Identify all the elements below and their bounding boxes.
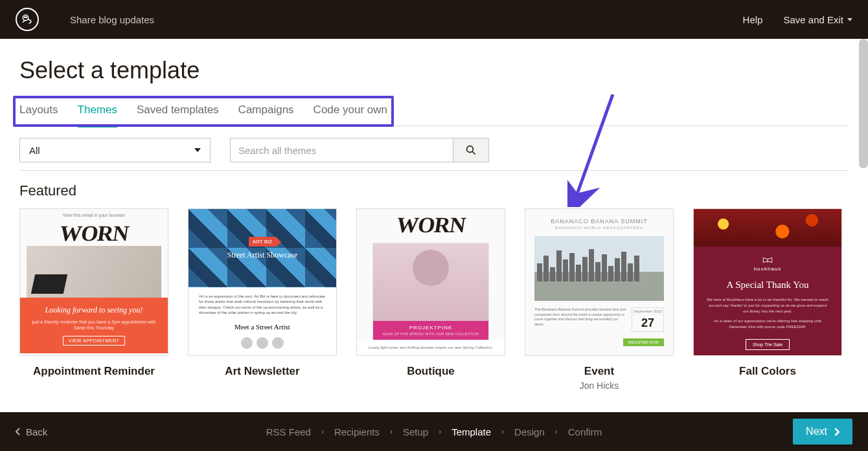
chevron-right-icon: › <box>555 427 558 436</box>
template-card: WORN PROJEKTPINK GEAR UP FOR SPRING WITH… <box>356 208 505 391</box>
preview-button: Shop The Sale <box>746 339 790 350</box>
preview-subhead: Meet a Street Artist <box>199 322 326 332</box>
help-link[interactable]: Help <box>743 14 763 25</box>
tab-campaigns[interactable]: Campaigns <box>238 104 294 119</box>
search-input[interactable] <box>230 138 453 162</box>
main-content: Select a template Layouts Themes Saved t… <box>0 39 868 391</box>
top-bar: Share blog updates Help Save and Exit <box>0 0 868 39</box>
next-button[interactable]: Next <box>793 419 852 445</box>
search-icon <box>465 144 477 156</box>
search-button[interactable] <box>453 138 489 162</box>
template-title: Boutique <box>356 365 505 378</box>
preview-badge: ART BIZ <box>249 237 276 247</box>
preview-image <box>534 236 664 301</box>
template-thumbnail-event[interactable]: BANANACO BANANA SUMMIT BANANACO WORLD HE… <box>525 208 674 356</box>
bottom-bar: Back RSS Feed› Recipients› Setup› Templa… <box>0 412 868 451</box>
logo-icon[interactable] <box>16 8 39 31</box>
section-title-featured: Featured <box>19 182 849 199</box>
tab-code-your-own[interactable]: Code your own <box>314 104 387 119</box>
template-author: Jon Hicks <box>525 380 674 391</box>
svg-point-0 <box>23 15 28 20</box>
preview-brand: PROJEKTPINK <box>409 325 453 331</box>
chevron-right-icon <box>834 428 839 436</box>
chevron-right-icon: › <box>501 427 504 436</box>
back-button[interactable]: Back <box>16 426 47 437</box>
preview-brand: bookhaus <box>705 256 830 272</box>
category-dropdown[interactable]: All <box>19 138 211 162</box>
preview-image <box>694 209 841 247</box>
step-template[interactable]: Template <box>451 426 491 437</box>
wizard-steps: RSS Feed› Recipients› Setup› Template› D… <box>266 426 602 437</box>
preview-body: just a friendly reminder that you have a… <box>27 319 161 331</box>
preview-date: September 2012 27 <box>632 307 664 332</box>
template-card: View this email in your browser WORN Loo… <box>19 208 168 391</box>
save-and-exit-menu[interactable]: Save and Exit <box>783 14 852 25</box>
chevron-right-icon: › <box>321 427 324 436</box>
template-card: BANANACO BANANA SUMMIT BANANACO WORLD HE… <box>525 208 674 391</box>
preview-hero-text: Street Artist Showcase <box>227 250 298 260</box>
template-source-tabs: Layouts Themes Saved templates Campaigns… <box>19 104 849 126</box>
preview-body: The Bananaco Banana Summit provides bana… <box>534 307 626 332</box>
tab-saved-templates[interactable]: Saved templates <box>137 104 219 119</box>
preview-heading: BANANACO BANANA SUMMIT <box>534 218 664 225</box>
step-rss-feed[interactable]: RSS Feed <box>266 426 311 437</box>
preview-caption: Lovely light tones and thrilling texture… <box>357 340 505 355</box>
preview-subheading: BANANACO WORLD HEADQUARTERS <box>534 226 664 230</box>
preview-logo: WORN <box>356 213 505 237</box>
page-title: Select a template <box>19 57 849 84</box>
svg-point-2 <box>26 17 27 17</box>
svg-point-1 <box>25 17 25 17</box>
scrollbar[interactable] <box>859 39 868 168</box>
save-exit-label: Save and Exit <box>783 14 843 25</box>
chevron-right-icon: › <box>439 427 441 436</box>
template-title: Appointment Reminder <box>19 365 168 378</box>
preview-headline: A Special Thank You <box>705 280 830 291</box>
template-card: bookhaus A Special Thank You We here at … <box>693 208 842 391</box>
step-setup[interactable]: Setup <box>403 426 428 437</box>
step-recipients[interactable]: Recipients <box>334 426 380 437</box>
tab-layouts[interactable]: Layouts <box>19 104 58 119</box>
dropdown-value: All <box>29 145 40 156</box>
preview-button: REGISTER NOW <box>623 338 664 346</box>
preview-image <box>373 243 488 321</box>
template-grid: View this email in your browser WORN Loo… <box>19 208 849 391</box>
chevron-left-icon <box>16 428 21 435</box>
step-confirm[interactable]: Confirm <box>568 426 602 437</box>
preview-meta: View this email in your browser <box>20 209 168 221</box>
template-title: Art Newsletter <box>188 365 337 378</box>
step-design[interactable]: Design <box>514 426 545 437</box>
svg-point-3 <box>467 146 474 153</box>
template-thumbnail-art-newsletter[interactable]: ART BIZ Street Artist Showcase Art is an… <box>188 208 337 356</box>
template-card: ART BIZ Street Artist Showcase Art is an… <box>188 208 337 391</box>
preview-body: Art is an expression of the soul. Art Bi… <box>199 294 326 316</box>
preview-tagline: GEAR UP FOR SPRING WITH OUR NEW COLLECTI… <box>373 332 488 336</box>
preview-image <box>27 246 161 298</box>
chevron-right-icon: › <box>390 427 393 436</box>
template-title: Fall Colors <box>693 365 842 378</box>
chevron-down-icon <box>194 148 201 152</box>
divider <box>19 170 849 171</box>
preview-logo: WORN <box>19 221 168 246</box>
template-title: Event <box>525 365 674 378</box>
campaign-name[interactable]: Share blog updates <box>70 14 154 25</box>
preview-body: We here at Bookhaus have a lot to be tha… <box>705 297 830 314</box>
chevron-down-icon <box>847 18 852 21</box>
svg-line-4 <box>472 151 475 155</box>
preview-body: As a token of our appreciation we're off… <box>705 318 830 330</box>
preview-headline: Looking forward to seeing you! <box>27 305 161 315</box>
template-thumbnail-boutique[interactable]: WORN PROJEKTPINK GEAR UP FOR SPRING WITH… <box>356 208 505 356</box>
tab-themes[interactable]: Themes <box>78 104 117 127</box>
preview-button: VIEW APPOINTMENT <box>63 336 125 346</box>
template-thumbnail-fall-colors[interactable]: bookhaus A Special Thank You We here at … <box>693 208 842 356</box>
template-thumbnail-appointment-reminder[interactable]: View this email in your browser WORN Loo… <box>19 208 168 356</box>
